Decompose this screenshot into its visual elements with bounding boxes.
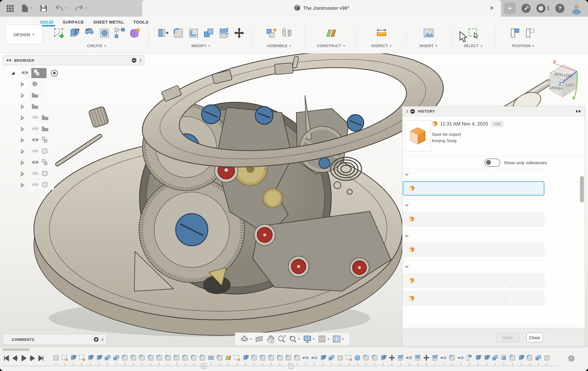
timeline-scroll-pill[interactable]	[2, 348, 30, 351]
timeline-feature-move[interactable]	[423, 354, 430, 362]
visibility-eye-off-icon[interactable]	[32, 115, 39, 121]
timeline-feature-fillet[interactable]	[509, 354, 516, 362]
group-label[interactable]: CONSTRUCT	[317, 44, 341, 48]
workspace-switcher[interactable]: DESIGN ▼	[6, 25, 42, 44]
tab-tools[interactable]: TOOLS	[133, 18, 149, 26]
timeline-feature-sketch[interactable]	[61, 354, 68, 362]
timeline-feature-extrude[interactable]	[95, 354, 103, 362]
fillet-button[interactable]	[172, 27, 185, 40]
timeline-feature-fillet[interactable]	[448, 354, 456, 362]
timeline-feature-fillet[interactable]	[250, 354, 258, 362]
press-pull-button[interactable]	[157, 27, 169, 40]
group-label[interactable]: POSITION	[512, 44, 531, 48]
zoom-window-button[interactable]: ▼	[289, 335, 300, 343]
shell-button[interactable]	[187, 27, 200, 40]
insert-image-button[interactable]	[422, 27, 435, 40]
timeline-feature-fillet[interactable]	[526, 354, 533, 362]
timeline-feature-extrude[interactable]	[69, 354, 77, 362]
expand-triangle-icon[interactable]	[21, 138, 25, 142]
expand-triangle-icon[interactable]	[21, 150, 25, 154]
timeline-feature-extrude[interactable]	[483, 354, 490, 362]
add-comment-icon[interactable]	[94, 337, 99, 342]
timeline-feature-base[interactable]	[52, 354, 60, 362]
timeline-feature-split[interactable]	[397, 354, 404, 362]
history-group-header[interactable]	[403, 199, 545, 211]
history-entry[interactable]	[403, 243, 544, 257]
step-back-button[interactable]	[12, 355, 18, 362]
history-entry[interactable]	[403, 181, 544, 196]
timeline-feature-extrude[interactable]	[87, 354, 94, 362]
browser-item-named-views[interactable]	[3, 90, 144, 101]
milestones-toggle[interactable]	[485, 159, 500, 167]
timeline-feature-sketch[interactable]	[345, 354, 353, 362]
timeline-feature-combine[interactable]	[328, 354, 335, 362]
version-thumbnail[interactable]	[405, 120, 431, 151]
group-label[interactable]: SELECT	[464, 44, 479, 48]
timeline-feature-boundary[interactable]	[500, 354, 508, 362]
browser-item-under-light-1[interactable]	[3, 146, 144, 157]
group-label[interactable]: CREATE	[87, 44, 102, 48]
panel-grip[interactable]: ‖	[102, 337, 103, 342]
document-tab[interactable]: The Jointmaster v96* ✕	[142, 0, 501, 17]
browser-item-joints[interactable]	[3, 123, 144, 135]
construct-plane-button[interactable]	[325, 27, 337, 40]
visibility-eye-off-icon[interactable]	[32, 148, 39, 154]
timeline-feature-combine[interactable]	[104, 354, 111, 362]
history-entry[interactable]	[403, 273, 544, 288]
timeline-feature-fillet[interactable]	[199, 354, 206, 362]
timeline-feature-combine[interactable]	[492, 354, 499, 362]
panel-grip[interactable]: ‖	[140, 58, 141, 63]
job-status-button[interactable]: 1	[536, 4, 550, 13]
look-at-button[interactable]	[255, 335, 263, 343]
file-menu-button[interactable]	[22, 4, 32, 12]
timeline-feature-fillet[interactable]	[259, 354, 266, 362]
timeline-feature-fillet[interactable]	[121, 354, 129, 362]
measure-button[interactable]	[375, 27, 388, 40]
timeline-feature-sphere[interactable]	[354, 354, 361, 362]
browser-item-spring-bars-1[interactable]	[3, 157, 144, 168]
zoom-button[interactable]	[277, 335, 286, 343]
grid-settings-button[interactable]: ▼	[318, 335, 330, 343]
timeline-feature-extrude[interactable]	[380, 354, 387, 362]
timeline-feature-fillet[interactable]	[147, 354, 154, 362]
tab-solid[interactable]: SOLID	[39, 18, 54, 26]
browser-item-origin[interactable]	[3, 112, 144, 123]
timeline-zoom-out-handle[interactable]: −	[288, 363, 294, 369]
timeline-feature-split[interactable]	[431, 354, 439, 362]
close-button[interactable]: Close	[526, 333, 543, 342]
timeline-feature-fillet[interactable]	[190, 354, 198, 362]
go-to-start-button[interactable]	[3, 355, 9, 362]
joint-button[interactable]	[281, 27, 293, 40]
expand-triangle-icon[interactable]	[21, 172, 25, 176]
browser-item-selection-sets[interactable]	[3, 101, 144, 112]
go-to-end-button[interactable]	[38, 355, 44, 362]
timeline-feature-extrude[interactable]	[242, 354, 249, 362]
redo-button[interactable]	[75, 5, 88, 12]
minimize-panel-icon[interactable]	[410, 109, 415, 114]
tab-sheet-metal[interactable]: SHEET METAL	[92, 18, 125, 26]
create-form-button[interactable]	[129, 27, 141, 40]
timeline-feature-combine[interactable]	[535, 354, 542, 362]
view-cube[interactable]: BOTTOM FRONT LEFT X Z	[542, 56, 588, 107]
visibility-eye-off-icon[interactable]	[32, 171, 39, 177]
expand-triangle-icon[interactable]	[21, 82, 25, 86]
window-select-button[interactable]	[467, 27, 480, 40]
comments-header[interactable]: COMMENTS ‖	[3, 334, 107, 345]
open-button[interactable]: Open	[496, 333, 519, 342]
orbit-button[interactable]: ▼	[240, 335, 252, 343]
expand-triangle-icon[interactable]	[11, 71, 16, 75]
timeline-zoom-in-handle[interactable]: +	[201, 363, 206, 369]
history-entry[interactable]	[403, 291, 544, 306]
viewports-button[interactable]: ▼	[332, 335, 344, 343]
visibility-eye-off-icon[interactable]	[32, 182, 39, 188]
minimize-panel-icon[interactable]	[131, 58, 137, 63]
revert-position-button[interactable]	[525, 27, 537, 40]
revolve-button[interactable]	[83, 27, 96, 40]
timeline-feature-mirror[interactable]	[440, 354, 447, 362]
step-forward-button[interactable]	[29, 355, 35, 362]
browser-item-table-1[interactable]	[3, 179, 144, 191]
timeline-feature-fillet[interactable]	[216, 354, 223, 362]
timeline-feature-extrude[interactable]	[319, 354, 327, 362]
history-header[interactable]: ‖ HISTORY	[403, 107, 585, 116]
extensions-icon[interactable]	[521, 4, 531, 13]
